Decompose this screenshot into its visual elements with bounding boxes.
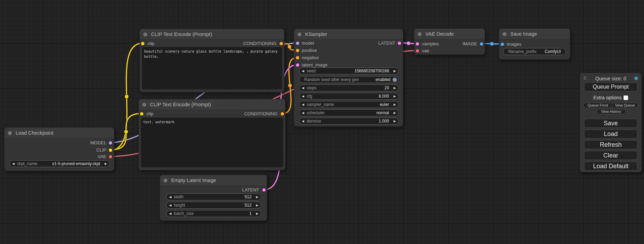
node-clip-text-encode-positive[interactable]: CLIP Text Encode (Prompt) clip CONDITION… (140, 29, 284, 92)
increment-arrow-icon[interactable]: ▶ (391, 118, 398, 125)
input-port-images[interactable] (501, 43, 504, 46)
input-port-clip[interactable] (140, 112, 143, 116)
widget-value: v1-5-pruned-emaonly.ckpt (50, 161, 103, 166)
save-button[interactable]: Save (584, 119, 637, 128)
prompt-textarea[interactable]: text, watermark (141, 118, 283, 167)
node-empty-latent-image[interactable]: Empty Latent Image LATENT ◀ width 512 ▶ … (160, 175, 267, 221)
output-label: LATENT (242, 188, 259, 192)
queue-front-button[interactable]: Queue Front (583, 103, 612, 108)
decrement-arrow-icon[interactable]: ◀ (299, 93, 307, 100)
widget-seed[interactable]: ◀ seed 156680208700286 ▶ (299, 67, 399, 74)
input-port-clip[interactable] (141, 42, 144, 45)
widget-value: normal (373, 110, 391, 115)
collapse-dot-icon[interactable] (142, 103, 146, 107)
node-title-text: Save Image (510, 31, 537, 37)
output-port-conditioning[interactable] (280, 42, 283, 45)
widget-steps[interactable]: ◀ steps 20 ▶ (299, 84, 399, 91)
increment-arrow-icon[interactable]: ▶ (391, 84, 398, 91)
decrement-arrow-icon[interactable]: ◀ (167, 210, 174, 217)
input-port-model[interactable] (296, 42, 299, 45)
widget-value: 20 (382, 85, 391, 90)
output-port-latent[interactable] (398, 42, 401, 45)
collapse-dot-icon[interactable] (298, 33, 301, 36)
toggle-knob-icon[interactable] (392, 78, 397, 82)
collapse-dot-icon[interactable] (8, 131, 12, 135)
output-port-clip[interactable] (109, 148, 112, 152)
input-label: positive (302, 48, 317, 53)
input-label: images (507, 42, 521, 47)
increment-arrow-icon[interactable]: ▶ (391, 67, 398, 74)
widget-random-seed-toggle[interactable]: Random seed after every gen enabled (299, 76, 399, 83)
node-graph-canvas[interactable]: Load Checkpoint MODEL CLIP VAE ◀ ckpt_na… (0, 0, 644, 244)
view-history-button[interactable]: View History (597, 109, 626, 114)
input-port-vae[interactable] (416, 49, 419, 53)
link-midpoint-dot (124, 130, 128, 134)
node-save-image[interactable]: Save Image images filename_prefix ComfyU… (499, 28, 570, 60)
widget-label: Random seed after every gen (304, 77, 359, 82)
collapse-dot-icon[interactable] (503, 32, 506, 36)
load-button[interactable]: Load (584, 129, 637, 138)
output-port-vae[interactable] (109, 155, 112, 159)
output-port-conditioning[interactable] (281, 112, 284, 116)
widget-label: steps (307, 85, 317, 90)
widget-height[interactable]: ◀ height 512 ▶ (166, 202, 261, 209)
widget-filename-prefix[interactable]: filename_prefix ComfyUI (503, 48, 566, 55)
input-label: vae (422, 48, 429, 53)
input-slot-vae: vae (414, 48, 485, 53)
extra-options-checkbox[interactable] (624, 96, 628, 100)
decrement-arrow-icon[interactable]: ◀ (299, 84, 307, 91)
widget-label: height (174, 203, 185, 208)
decrement-arrow-icon[interactable]: ◀ (167, 193, 174, 200)
widget-value: 1.000 (376, 119, 391, 124)
increment-arrow-icon[interactable]: ▶ (254, 202, 261, 209)
decrement-arrow-icon[interactable]: ◀ (299, 67, 307, 74)
queue-prompt-button[interactable]: Queue Prompt (584, 82, 637, 91)
output-label: VAE (98, 154, 106, 159)
increment-arrow-icon[interactable]: ▶ (391, 109, 398, 116)
widget-scheduler[interactable]: ◀ scheduler normal ▶ (299, 109, 399, 116)
decrement-arrow-icon[interactable]: ◀ (299, 101, 307, 108)
input-port-positive[interactable] (296, 49, 299, 52)
increment-arrow-icon[interactable]: ▶ (254, 193, 261, 200)
node-vae-decode[interactable]: VAE Decode samples IMAGE vae (414, 28, 485, 55)
decrement-arrow-icon[interactable]: ◀ (299, 109, 307, 116)
increment-arrow-icon[interactable]: ▶ (254, 210, 261, 217)
widget-width[interactable]: ◀ width 512 ▶ (166, 193, 261, 200)
queue-size-label: Queue size: 0 (580, 75, 642, 82)
output-slot-latent: LATENT (160, 188, 267, 192)
decrement-arrow-icon[interactable]: ◀ (167, 202, 174, 209)
node-load-checkpoint[interactable]: Load Checkpoint MODEL CLIP VAE ◀ ckpt_na… (4, 127, 114, 171)
input-slot-positive: positive (294, 48, 403, 53)
output-label: IMAGE (462, 42, 477, 46)
gear-icon[interactable]: ✱ (634, 75, 638, 82)
clear-button[interactable]: Clear (584, 151, 637, 160)
output-port-image[interactable] (480, 42, 483, 46)
load-default-button[interactable]: Load Default (584, 162, 637, 171)
widget-batch-size[interactable]: ◀ batch_size 1 ▶ (166, 210, 261, 217)
decrement-arrow-icon[interactable]: ◀ (299, 118, 307, 125)
output-port-model[interactable] (109, 141, 112, 145)
increment-arrow-icon[interactable]: ▶ (391, 101, 398, 108)
widget-denoise[interactable]: ◀ denoise 1.000 ▶ (299, 118, 399, 125)
input-port-samples[interactable] (416, 42, 419, 46)
node-clip-text-encode-negative[interactable]: CLIP Text Encode (Prompt) clip CONDITION… (139, 99, 285, 170)
widget-ckpt-name[interactable]: ◀ ckpt_name v1-5-pruned-emaonly.ckpt ▶ (9, 160, 110, 167)
output-port-latent[interactable] (262, 188, 266, 192)
collapse-dot-icon[interactable] (164, 179, 167, 182)
input-port-latent-image[interactable] (296, 63, 299, 67)
input-port-negative[interactable] (296, 56, 299, 60)
input-label: clip (147, 111, 153, 116)
widget-value: euler (377, 102, 391, 107)
increment-arrow-icon[interactable]: ▶ (391, 93, 398, 100)
collapse-dot-icon[interactable] (418, 32, 422, 36)
collapse-dot-icon[interactable] (143, 33, 147, 36)
prompt-textarea[interactable]: beautiful scenery nature glass bottle la… (142, 47, 282, 89)
widget-sampler-name[interactable]: ◀ sampler_name euler ▶ (299, 101, 399, 108)
increment-arrow-icon[interactable]: ▶ (102, 160, 109, 167)
node-ksampler[interactable]: KSampler model LATENT positive negative … (294, 29, 403, 127)
widget-cfg[interactable]: ◀ cfg 8.000 ▶ (299, 93, 399, 100)
decrement-arrow-icon[interactable]: ◀ (10, 160, 17, 167)
output-slot-vae: VAE (5, 154, 114, 159)
view-queue-button[interactable]: View Queue (612, 103, 638, 108)
refresh-button[interactable]: Refresh (584, 140, 637, 149)
